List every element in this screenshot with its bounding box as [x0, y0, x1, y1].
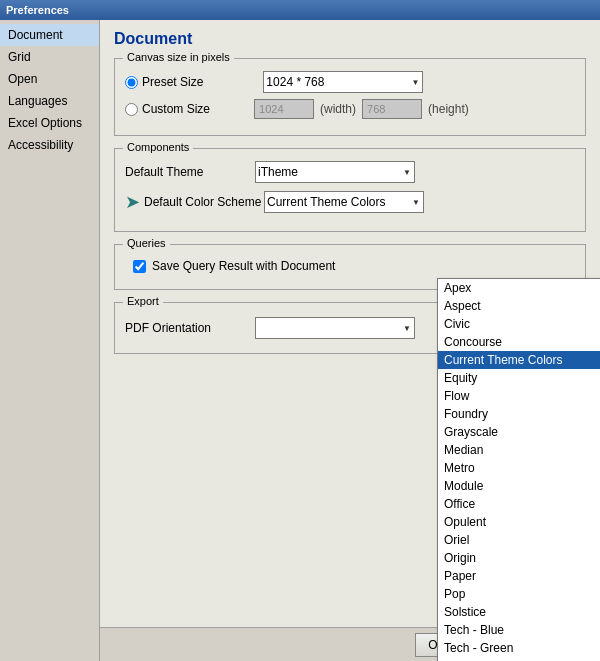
main-container: Document Grid Open Languages Excel Optio…	[0, 20, 600, 661]
dropdown-item[interactable]: Module	[438, 477, 600, 495]
color-scheme-dropdown: ApexAspectCivicConcourseCurrent Theme Co…	[437, 278, 600, 661]
content-area: Document Canvas size in pixels Preset Si…	[100, 20, 600, 661]
dropdown-item[interactable]: Pop	[438, 585, 600, 603]
dropdown-item[interactable]: Solstice	[438, 603, 600, 621]
width-label: (width)	[320, 102, 356, 116]
title-bar-label: Preferences	[6, 4, 69, 16]
dropdown-item[interactable]: Median	[438, 441, 600, 459]
dropdown-item[interactable]: Current Theme Colors	[438, 351, 600, 369]
dropdown-item[interactable]: Tech - Red	[438, 657, 600, 661]
components-group-label: Components	[123, 141, 193, 153]
height-input[interactable]	[362, 99, 422, 119]
sidebar-item-accessibility[interactable]: Accessibility	[0, 134, 99, 156]
width-input[interactable]	[254, 99, 314, 119]
sidebar-item-open[interactable]: Open	[0, 68, 99, 90]
title-bar: Preferences	[0, 0, 600, 20]
sidebar-item-grid[interactable]: Grid	[0, 46, 99, 68]
custom-size-radio[interactable]	[125, 103, 138, 116]
sidebar-item-excel-options[interactable]: Excel Options	[0, 112, 99, 134]
components-group: Components Default Theme iTheme ➤ Defaul…	[114, 148, 586, 232]
preset-size-select-wrapper: 1024 * 768 800 * 600 1280 * 1024	[263, 71, 423, 93]
dropdown-item[interactable]: Oriel	[438, 531, 600, 549]
pdf-orientation-select[interactable]	[255, 317, 415, 339]
default-theme-label: Default Theme	[125, 165, 255, 179]
dropdown-item[interactable]: Opulent	[438, 513, 600, 531]
dropdown-item[interactable]: Tech - Green	[438, 639, 600, 657]
pdf-orientation-label: PDF Orientation	[125, 321, 255, 335]
dropdown-item[interactable]: Concourse	[438, 333, 600, 351]
default-theme-select[interactable]: iTheme	[255, 161, 415, 183]
custom-size-label: Custom Size	[142, 102, 210, 116]
sidebar: Document Grid Open Languages Excel Optio…	[0, 20, 100, 661]
page-title: Document	[114, 30, 586, 48]
default-theme-select-wrapper: iTheme	[255, 161, 415, 183]
custom-size-row: Custom Size (width) (height)	[125, 99, 575, 119]
export-group-label: Export	[123, 295, 163, 307]
dropdown-item[interactable]: Flow	[438, 387, 600, 405]
pdf-orientation-select-wrapper	[255, 317, 415, 339]
save-query-row: Save Query Result with Document	[125, 253, 575, 279]
default-theme-row: Default Theme iTheme	[125, 161, 575, 183]
dropdown-item[interactable]: Metro	[438, 459, 600, 477]
default-color-scheme-label: Default Color Scheme	[144, 195, 264, 209]
canvas-size-label: Canvas size in pixels	[123, 51, 234, 63]
dropdown-list: ApexAspectCivicConcourseCurrent Theme Co…	[438, 279, 600, 661]
queries-group-label: Queries	[123, 237, 170, 249]
sidebar-item-document[interactable]: Document	[0, 24, 99, 46]
dropdown-item[interactable]: Equity	[438, 369, 600, 387]
dropdown-item[interactable]: Foundry	[438, 405, 600, 423]
save-query-checkbox[interactable]	[133, 260, 146, 273]
dropdown-item[interactable]: Grayscale	[438, 423, 600, 441]
dropdown-item[interactable]: Aspect	[438, 297, 600, 315]
preset-size-radio[interactable]	[125, 76, 138, 89]
save-query-label: Save Query Result with Document	[152, 259, 335, 273]
canvas-size-group: Canvas size in pixels Preset Size 1024 *…	[114, 58, 586, 136]
preset-size-label: Preset Size	[142, 75, 203, 89]
sidebar-item-languages[interactable]: Languages	[0, 90, 99, 112]
dropdown-item[interactable]: Origin	[438, 549, 600, 567]
arrow-indicator: ➤	[125, 191, 140, 213]
dropdown-item[interactable]: Apex	[438, 279, 600, 297]
dropdown-item[interactable]: Civic	[438, 315, 600, 333]
preset-size-row: Preset Size 1024 * 768 800 * 600 1280 * …	[125, 71, 575, 93]
dropdown-item[interactable]: Paper	[438, 567, 600, 585]
color-scheme-select[interactable]: Current Theme Colors	[264, 191, 424, 213]
dropdown-item[interactable]: Tech - Blue	[438, 621, 600, 639]
color-scheme-select-wrapper: Current Theme Colors	[264, 191, 424, 213]
dropdown-item[interactable]: Office	[438, 495, 600, 513]
height-label: (height)	[428, 102, 469, 116]
color-scheme-row: ➤ Default Color Scheme Current Theme Col…	[125, 191, 575, 213]
preset-size-select[interactable]: 1024 * 768 800 * 600 1280 * 1024	[263, 71, 423, 93]
